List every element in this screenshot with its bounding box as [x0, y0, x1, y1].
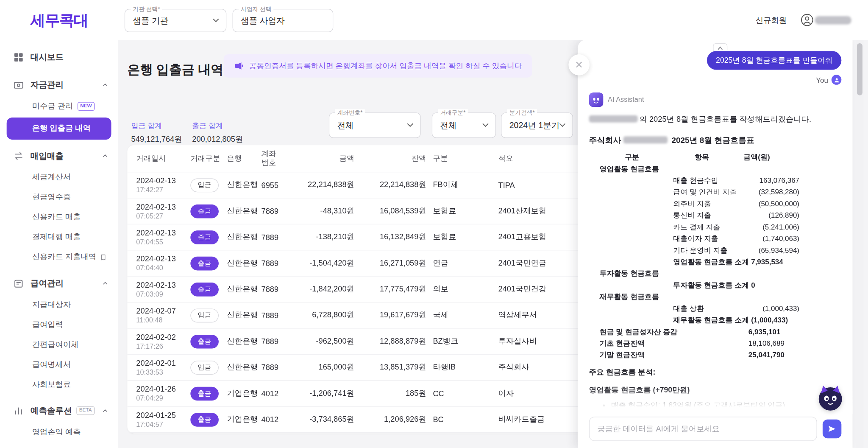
dashboard-icon — [13, 52, 24, 62]
cell-bank: 신한은행 — [227, 284, 262, 294]
sidebar-item[interactable]: 자금관리 — [0, 73, 118, 96]
assistant-intro: 의 2025년 8월 현금흐름표를 작성해드리겠습니다. — [589, 114, 842, 125]
table-row[interactable]: 2024-02-1307:05:27출금신한은행7889-48,310원16,0… — [127, 199, 592, 224]
biz-select[interactable]: 사업자 선택 샘플 사업자 — [233, 9, 334, 32]
cell-account: 7889 — [261, 233, 293, 242]
filter-quarter-select[interactable]: 분기검색* 2024년 1분기 — [501, 112, 573, 138]
sidebar-item-label: 미수금 관리 — [32, 101, 73, 112]
sidebar-item[interactable]: 지급대상자 — [0, 295, 118, 315]
filter-account-select[interactable]: 계좌번호* 전체 — [329, 112, 421, 138]
sidebar-item[interactable]: 현금영수증 — [0, 187, 118, 207]
app-header: 세무콕대 기관 선택* 샘플 기관 사업자 선택 샘플 사업자 신규회원 — [0, 0, 868, 40]
cell-category: 보험료 — [426, 232, 498, 242]
cell-type: 입금 — [190, 361, 227, 375]
table-row[interactable]: 2024-02-1317:42:27입금신한은행695522,214,838원2… — [127, 172, 592, 198]
sidebar-item[interactable]: 급여명세서 — [0, 355, 118, 375]
cashflow-column-header: 구분 — [625, 151, 640, 162]
user-avatar — [832, 75, 842, 85]
forecast-icon — [13, 405, 24, 416]
org-select[interactable]: 기관 선택* 샘플 기관 — [125, 9, 226, 32]
cell-category: CC — [426, 389, 498, 398]
scrollbar[interactable] — [856, 40, 863, 448]
sidebar-item[interactable]: 신용카드 매출 — [0, 207, 118, 227]
sidebar-item[interactable]: 은행 입출금 내역 — [7, 118, 111, 140]
mascot-avatar[interactable] — [816, 383, 845, 412]
sidebar-item[interactable]: 급여관리 — [0, 272, 118, 295]
table-row[interactable]: 2024-02-0711:00:48입금신한은행78896,728,800원19… — [127, 302, 592, 328]
sidebar-item[interactable]: 간편급여이체 — [0, 335, 118, 355]
sidebar-item[interactable]: 영업손익 예측 — [0, 422, 118, 442]
cashflow-row: 기초 현금잔액18,106,689 — [589, 337, 799, 349]
table-row[interactable]: 2024-02-0217:17:26출금신한은행7889-962,500원12,… — [127, 329, 592, 355]
assistant-name: AI Assistant — [608, 96, 644, 104]
scrollbar-thumb[interactable] — [857, 43, 862, 95]
profile-icon[interactable] — [801, 13, 814, 26]
cell-category: 의보 — [426, 284, 498, 294]
cell-bank: 신한은행 — [227, 206, 262, 216]
megaphone-icon — [234, 61, 244, 71]
sidebar-item-label: 매입매출 — [31, 151, 64, 161]
cashflow-row: 기말 현금잔액25,041,790 — [589, 349, 799, 361]
withdrawal-total-label: 출금 합계 — [192, 121, 245, 131]
company-name-blurred — [589, 115, 638, 123]
new-member-link[interactable]: 신규회원 — [756, 16, 787, 26]
column-header: 잔액 — [354, 154, 426, 164]
sidebar-item-label: 영업손익 예측 — [32, 427, 81, 437]
cashflow-row: 현금 및 현금성자산 증감6,935,101 — [589, 326, 799, 337]
close-panel-button[interactable]: ✕ — [568, 54, 590, 76]
sidebar-item[interactable]: 사회보험료 — [0, 375, 118, 395]
sidebar-item-label: 예측솔루션 — [31, 405, 72, 416]
sidebar-item[interactable]: 미수금 관리NEW — [0, 96, 118, 116]
payroll-icon — [13, 278, 24, 288]
filter-type-value: 전체 — [440, 113, 456, 137]
table-row[interactable]: 2024-01-2607:04:29출금기업은행4012-1,206,741원1… — [127, 381, 592, 406]
transaction-type-badge: 출금 — [190, 282, 219, 296]
table-row[interactable]: 2024-01-2517:04:57출금기업은행4012-3,734,865원1… — [127, 407, 592, 433]
cell-amount: -1,206,741원 — [293, 389, 354, 399]
sidebar-nav: 대시보드자금관리미수금 관리NEW은행 입출금 내역매입매출세금계산서현금영수증… — [0, 40, 118, 448]
table-row[interactable]: 2024-02-0110:33:53입금신한은행7889165,000원13,8… — [127, 355, 592, 381]
cell-balance: 13,851,379원 — [354, 362, 426, 372]
deposit-total-value: 549,121,764원 — [131, 134, 184, 145]
chat-area: 2025년 8월 현금흐름표를 만들어줘 You — [578, 40, 853, 414]
chevron-up-icon[interactable] — [101, 279, 109, 287]
filter-type-select[interactable]: 거래구분* 전체 — [432, 112, 496, 138]
column-header: 거래구분 — [190, 154, 227, 164]
cashflow-row: 영업활동 현금흐름 소계 7,935,534 — [589, 256, 799, 267]
logo[interactable]: 세무콕대 — [31, 11, 88, 31]
chat-input[interactable] — [589, 417, 817, 441]
app-window: 세무콕대 기관 선택* 샘플 기관 사업자 선택 샘플 사업자 신규회원 대시보… — [0, 0, 868, 448]
chevron-up-icon[interactable] — [101, 81, 109, 89]
cell-bank: 신한은행 — [227, 362, 262, 372]
cell-datetime: 2024-02-0110:33:53 — [136, 358, 190, 376]
cashflow-row: 재무활동 현금흐름 — [589, 291, 799, 302]
chat-input-bar — [589, 417, 842, 441]
new-badge: NEW — [78, 102, 95, 111]
sidebar-item[interactable]: 세금계산서 — [0, 167, 118, 187]
table-row[interactable]: 2024-02-1307:03:09출금신한은행7889-1,842,200원1… — [127, 277, 592, 302]
sidebar-item[interactable]: 예측솔루션BETA — [0, 399, 118, 422]
cashflow-row: 통신비 지출(126,890) — [589, 210, 799, 221]
table-row[interactable]: 2024-02-1307:04:40출금신한은행7889-1,504,420원1… — [127, 250, 592, 276]
sidebar-item[interactable]: 급여입력 — [0, 315, 118, 335]
cell-datetime: 2024-02-0217:17:26 — [136, 333, 190, 350]
send-button[interactable] — [823, 420, 841, 438]
table-row[interactable]: 2024-02-1307:04:55출금신한은행7889-138,210원16,… — [127, 224, 592, 250]
sidebar-item[interactable]: 결제대행 매출 — [0, 227, 118, 247]
cell-datetime: 2024-02-1307:04:40 — [136, 255, 190, 272]
sidebar-item[interactable]: 대시보드 — [0, 45, 118, 69]
sidebar-item[interactable]: 신용카드 지출내역 — [0, 247, 118, 267]
cell-type: 입금 — [190, 178, 227, 192]
column-header: 거래일시 — [136, 154, 190, 164]
cell-type: 출금 — [190, 230, 227, 244]
company-name-blurred — [623, 136, 668, 143]
biz-select-value: 샘플 사업자 — [241, 9, 284, 31]
sidebar-item[interactable]: 매입매출 — [0, 144, 118, 168]
chevron-down-icon — [482, 123, 489, 127]
transaction-type-badge: 출금 — [190, 386, 219, 400]
receipt-icon — [100, 254, 107, 261]
chevron-up-icon[interactable] — [101, 152, 109, 160]
sidebar-item-label: 신용카드 매출 — [32, 212, 81, 222]
chevron-up-icon[interactable] — [101, 407, 109, 414]
cell-category: BC — [426, 415, 498, 424]
